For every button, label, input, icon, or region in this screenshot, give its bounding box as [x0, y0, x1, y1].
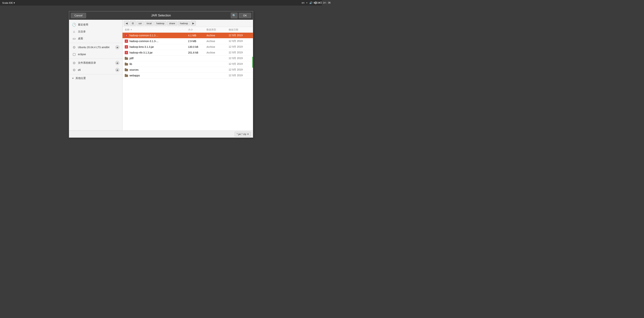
system-bar-datetime: 4月18日 14：36	[313, 1, 322, 5]
sidebar-divider-3	[69, 74, 122, 74]
folder-icon	[125, 68, 128, 71]
file-name: hadoop-common-3.1.3....	[130, 34, 158, 37]
column-header-size[interactable]: 大小	[188, 28, 206, 31]
filter-label: *.jar;*.zip	[237, 133, 246, 135]
file-name-cell: J hadoop-common-3.1.3....	[125, 34, 188, 37]
path-bar: ◀ ⊞ usr local hadoop share hadoop ▶	[122, 20, 253, 27]
forward-button[interactable]: ▶	[191, 21, 196, 26]
jar-icon: J	[125, 34, 128, 37]
efi-eject-button[interactable]: ⏏	[115, 68, 119, 72]
file-date: 12 9月 2019	[228, 40, 251, 43]
sidebar: 🕐 最近使用 ⌂ 主目录 ▭ 桌面 ⊙ Ubuntu 20.04.4 LTS a…	[69, 20, 122, 130]
jar-selection-dialog: Cancel JAR Selection 🔍 OK 🕐 最近使用 ⌂ 主目录	[69, 11, 253, 138]
filesystem-icon: ⊙	[72, 61, 76, 65]
path-segment-hadoop2[interactable]: hadoop	[178, 21, 190, 26]
folder-icon	[125, 57, 128, 60]
search-button[interactable]: 🔍	[231, 13, 238, 18]
file-name-cell: sources	[125, 68, 188, 71]
file-filter-dropdown[interactable]: *.jar;*.zip ▾	[235, 132, 251, 136]
file-date: 12 9月 2019	[228, 45, 251, 49]
filter-dropdown-arrow: ▾	[248, 133, 249, 135]
language-indicator: en	[302, 1, 304, 4]
file-row[interactable]: lib 12 9月 2019	[122, 61, 253, 67]
file-date: 12 9月 2019	[228, 68, 251, 71]
recent-icon: 🕐	[72, 23, 76, 27]
file-size: 2.9 MB	[188, 40, 206, 43]
file-row[interactable]: J hadoop-nfs-3.1.3.jar 201.6 kB Archive …	[122, 50, 253, 56]
forward-arrow-icon: ▶	[192, 22, 194, 25]
file-list-header: 名称 ▼ 大小 数据类型 修改日期	[122, 27, 253, 33]
efi-icon: ⊙	[72, 68, 76, 72]
sidebar-item-filesystem[interactable]: ⊙ 文件系统根目录 ⏏	[69, 59, 122, 66]
path-segment-local[interactable]: local	[144, 21, 154, 26]
file-name: webapps	[130, 74, 140, 77]
back-arrow-icon: ◀	[126, 22, 128, 25]
computer-button[interactable]: ⊞	[130, 21, 136, 26]
volume-icon[interactable]: 🔊	[309, 1, 312, 4]
file-name-cell: lib	[125, 63, 188, 66]
sidebar-item-eclipse[interactable]: ▢ eclipse	[69, 51, 122, 58]
file-row[interactable]: J hadoop-common-3.1.3.... 4.1 MB Archive…	[122, 33, 253, 38]
ok-button[interactable]: OK	[239, 13, 251, 18]
sidebar-label-eclipse: eclipse	[78, 53, 86, 56]
file-name-cell: J hadoop-common-3.1.3-...	[125, 40, 188, 43]
file-date: 12 9月 2019	[228, 34, 251, 37]
desktop-icon: ▭	[72, 37, 76, 41]
file-type: Archive	[206, 51, 228, 54]
dialog-footer: *.jar;*.zip ▾	[69, 130, 253, 137]
filesystem-eject-button[interactable]: ⏏	[115, 61, 119, 65]
file-name: sources	[130, 68, 138, 71]
file-name-cell: J hadoop-nfs-3.1.3.jar	[125, 51, 188, 54]
path-segment-share[interactable]: share	[167, 21, 177, 26]
sidebar-item-ubuntu[interactable]: ⊙ Ubuntu 20.04.4 LTS amd64 ⏏	[69, 44, 122, 51]
main-content: ◀ ⊞ usr local hadoop share hadoop ▶	[122, 20, 253, 130]
scroll-indicator	[252, 57, 253, 68]
sidebar-item-desktop[interactable]: ▭ 桌面	[69, 35, 122, 42]
sidebar-label-home: 主目录	[78, 30, 86, 33]
dialog-body: 🕐 最近使用 ⌂ 主目录 ▭ 桌面 ⊙ Ubuntu 20.04.4 LTS a…	[69, 20, 253, 130]
folder-icon	[125, 63, 128, 66]
column-header-date[interactable]: 修改日期	[228, 28, 251, 31]
jar-icon: J	[125, 45, 128, 49]
file-name: hadoop-nfs-3.1.3.jar	[130, 51, 152, 54]
sidebar-item-efi[interactable]: ⊙ efi ⏏	[69, 66, 122, 73]
jar-icon: J	[125, 40, 128, 43]
path-segment-hadoop1[interactable]: hadoop	[154, 21, 166, 26]
file-row[interactable]: jdiff 12 9月 2019	[122, 56, 253, 61]
dialog-title: JAR Selection	[151, 14, 171, 17]
lang-dropdown-arrow: ▾	[306, 2, 308, 4]
cancel-button[interactable]: Cancel	[71, 13, 86, 18]
sidebar-item-recent[interactable]: 🕐 最近使用	[69, 21, 122, 28]
jar-icon: J	[125, 51, 128, 54]
file-type: Archive	[206, 34, 228, 37]
sidebar-item-add-other[interactable]: + 其他位置	[69, 75, 122, 81]
file-row[interactable]: J hadoop-common-3.1.3-... 2.9 MB Archive…	[122, 38, 253, 44]
sidebar-divider-1	[69, 43, 122, 43]
file-rows-container: J hadoop-common-3.1.3.... 4.1 MB Archive…	[122, 33, 253, 78]
sidebar-label-recent: 最近使用	[78, 23, 88, 26]
file-row[interactable]: J hadoop-kms-3.1.3.jar 130.0 kB Archive …	[122, 44, 253, 50]
sidebar-item-home[interactable]: ⌂ 主目录	[69, 28, 122, 35]
folder-icon	[125, 74, 128, 77]
back-button[interactable]: ◀	[124, 21, 129, 26]
file-date: 12 9月 2019	[228, 74, 251, 77]
ubuntu-eject-button[interactable]: ⏏	[115, 45, 119, 49]
file-date: 12 9月 2019	[228, 51, 251, 54]
file-size: 4.1 MB	[188, 34, 206, 37]
file-name: hadoop-kms-3.1.3.jar	[130, 45, 154, 48]
file-name: lib	[130, 63, 132, 66]
file-type: Archive	[206, 40, 228, 43]
sort-arrow-icon: ▼	[130, 29, 132, 31]
file-name-cell: J hadoop-kms-3.1.3.jar	[125, 45, 188, 49]
column-header-name[interactable]: 名称 ▼	[125, 28, 188, 31]
file-row[interactable]: sources 12 9月 2019	[122, 67, 253, 73]
file-list: 名称 ▼ 大小 数据类型 修改日期 J hadoop-common-3.1.3.…	[122, 27, 253, 130]
path-segment-usr[interactable]: usr	[136, 21, 144, 26]
file-name-cell: webapps	[125, 74, 188, 77]
system-bar-left: Scala IDE ▾	[2, 2, 15, 4]
scala-ide-menu-button[interactable]: Scala IDE ▾	[2, 2, 15, 4]
dialog-wrapper: Cancel JAR Selection 🔍 OK 🕐 最近使用 ⌂ 主目录	[0, 6, 322, 138]
file-row[interactable]: webapps 12 9月 2019	[122, 73, 253, 78]
column-header-type[interactable]: 数据类型	[206, 28, 228, 31]
file-size: 130.0 kB	[188, 45, 206, 48]
